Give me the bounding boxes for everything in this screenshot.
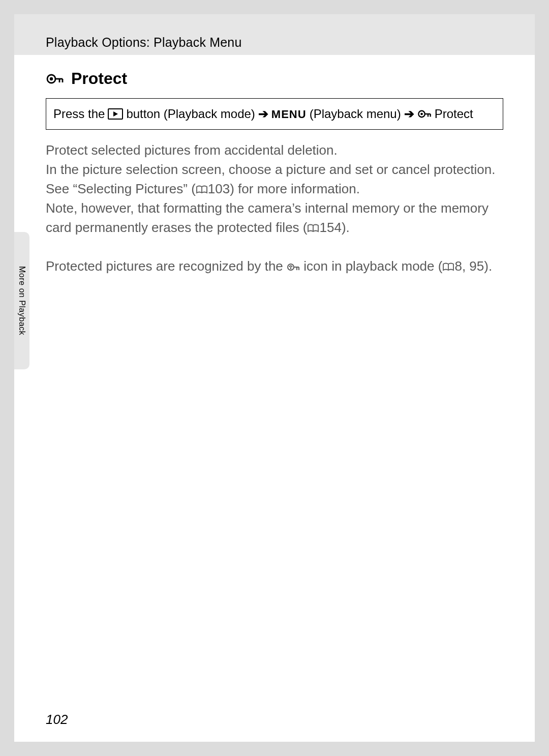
page-reference: 103 [208,181,230,196]
page-reference: 154 [319,220,341,235]
body-line: ) for more information. [230,181,360,196]
body-line: Protect selected pictures from accidenta… [46,142,338,158]
breadcrumb: Playback Options: Playback Menu [46,35,242,50]
nav-text-protect: Protect [435,105,473,123]
book-reference-icon [442,263,454,272]
side-tab: More on Playback [14,232,29,369]
nav-text-playback-mode: button (Playback mode) [126,105,255,123]
manual-page: Playback Options: Playback Menu Protect … [14,14,535,742]
protect-key-icon [417,108,432,120]
book-reference-icon [307,224,319,233]
body-line: icon in playback mode ( [300,258,442,274]
protected-picture-icon [287,262,300,272]
paragraph: Protect selected pictures from accidenta… [46,141,503,160]
content-area: Protect Press the button (Playback mode)… [14,55,535,276]
playback-button-icon [108,108,123,120]
arrow-right-icon: ➔ [404,105,414,123]
section-title: Protect [71,69,127,88]
paragraph: In the picture selection screen, choose … [46,160,503,199]
protect-key-icon [46,72,64,86]
header-band: Playback Options: Playback Menu [14,14,535,55]
book-reference-icon [196,185,208,194]
arrow-right-icon: ➔ [258,105,268,123]
svg-marker-2 [113,111,118,117]
menu-label-icon: MENU [271,106,307,123]
page-reference: 8, 95 [454,258,484,274]
body-line: ). [484,258,492,274]
nav-text-playback-menu: (Playback menu) [310,105,401,123]
body-line: Note, however, that formatting the camer… [46,200,489,235]
navigation-path-box: Press the button (Playback mode) ➔ MENU … [46,98,503,130]
svg-point-4 [420,113,423,115]
paragraph: Protected pictures are recognized by the… [46,257,503,276]
svg-point-1 [50,77,53,80]
paragraph: Note, however, that formatting the camer… [46,199,503,238]
body-line: Protected pictures are recognized by the [46,258,287,274]
body-text: Protect selected pictures from accidenta… [46,141,503,276]
section-heading: Protect [46,69,503,88]
side-tab-label: More on Playback [17,266,26,335]
page-number: 102 [46,712,68,728]
body-line: ). [342,220,350,235]
nav-text-press: Press the [53,105,105,123]
